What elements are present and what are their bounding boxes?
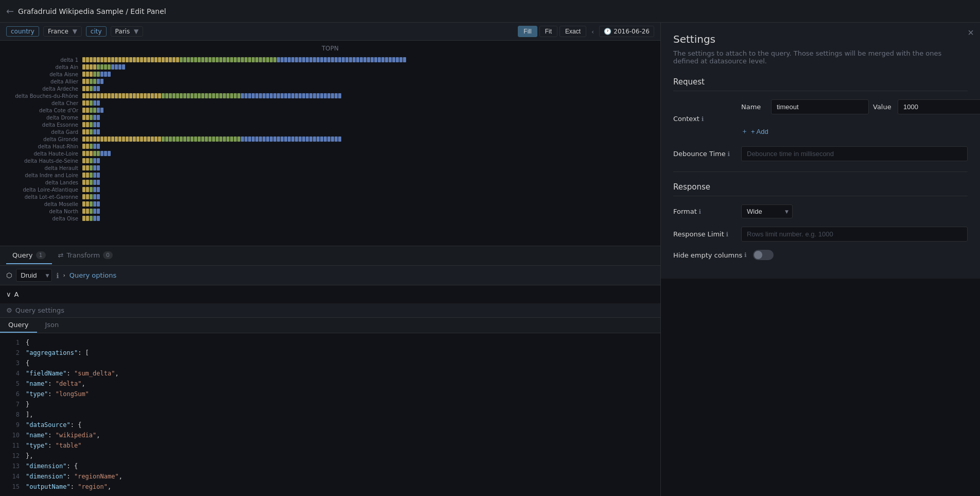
bar-cell xyxy=(93,72,96,77)
bar-cell xyxy=(284,136,287,142)
hide-empty-help-icon[interactable]: ℹ xyxy=(744,251,747,259)
bar-cell xyxy=(147,93,150,98)
bar-cell xyxy=(86,187,89,192)
bar-cell xyxy=(248,136,251,142)
settings-description: The settings to attach to the query. Tho… xyxy=(673,49,968,65)
bar-cell xyxy=(226,93,230,98)
toggle-slider xyxy=(753,250,774,260)
bar-cell xyxy=(320,93,323,98)
bar-cell xyxy=(244,93,248,98)
time-display[interactable]: 🕐 2016-06-26 xyxy=(599,26,654,37)
chart-row-label: delta 1 xyxy=(2,56,78,63)
bar-cell xyxy=(144,93,147,98)
back-button[interactable]: ← xyxy=(6,6,14,16)
tab-query[interactable]: Query 1 xyxy=(6,247,52,264)
code-editor[interactable]: 1{2 "aggregations": [3 {4 "fieldName": "… xyxy=(0,333,660,496)
bar-cell xyxy=(302,93,305,98)
add-context-button[interactable]: ＋ + Add xyxy=(741,125,980,138)
chart-bar-row xyxy=(82,128,660,135)
chart-bar-row xyxy=(82,92,660,99)
format-help-icon[interactable]: ℹ xyxy=(699,208,702,215)
chart-row-label: delta Herault xyxy=(2,164,78,172)
bar-cell xyxy=(140,57,143,62)
bar-cell xyxy=(327,93,330,98)
bar-cell xyxy=(136,136,139,142)
exact-button[interactable]: Exact xyxy=(559,26,586,37)
debounce-label: Debounce Time ℹ xyxy=(673,150,735,158)
format-row: Format ℹ Wide Long xyxy=(673,204,968,218)
bar-cell xyxy=(97,122,100,127)
chart-row-label: delta Ardeche xyxy=(2,85,78,92)
chart-labels: delta 1delta Aindelta Aisnedelta Allierd… xyxy=(0,56,82,246)
tab-json-editor[interactable]: Json xyxy=(37,318,67,333)
response-limit-help-icon[interactable]: ℹ xyxy=(726,231,729,238)
response-limit-label: Response Limit ℹ xyxy=(673,230,735,238)
bar-cell xyxy=(97,187,100,192)
datasource-wrapper: Druid xyxy=(16,269,52,282)
hide-empty-toggle[interactable] xyxy=(753,250,774,260)
bar-cell xyxy=(169,136,172,142)
context-label: Context ℹ xyxy=(673,115,735,123)
debounce-input[interactable] xyxy=(741,146,968,161)
bar-cell xyxy=(273,136,276,142)
bar-cell xyxy=(97,201,100,207)
query-options-link[interactable]: Query options xyxy=(69,271,117,279)
bar-cell xyxy=(331,93,334,98)
bar-cell xyxy=(82,100,85,106)
bar-cell xyxy=(122,57,125,62)
bar-cell xyxy=(216,93,219,98)
format-select[interactable]: Wide Long xyxy=(741,204,793,218)
tab-transform[interactable]: ⇄ Transform 0 xyxy=(52,247,119,264)
tab-query-editor[interactable]: Query xyxy=(0,318,37,333)
fill-button[interactable]: Fill xyxy=(518,26,537,37)
response-limit-input[interactable] xyxy=(741,227,968,242)
bar-cell xyxy=(86,115,89,120)
bar-cell xyxy=(162,93,165,98)
bar-cell xyxy=(86,79,89,84)
bar-cell xyxy=(262,57,266,62)
bar-cell xyxy=(82,187,85,192)
bar-cell xyxy=(90,180,93,185)
bar-cell xyxy=(100,79,103,84)
bar-cell xyxy=(115,64,118,70)
bar-cell xyxy=(172,136,176,142)
context-value-input[interactable] xyxy=(898,99,980,114)
bar-cell xyxy=(90,187,93,192)
debounce-help-icon[interactable]: ℹ xyxy=(728,150,730,158)
city-filter-value[interactable]: Paris ▼ xyxy=(111,26,144,37)
fit-button[interactable]: Fit xyxy=(539,26,557,37)
datasource-info-icon[interactable]: ℹ xyxy=(56,271,59,280)
bar-cell xyxy=(212,93,215,98)
section-header-a[interactable]: ∨ A xyxy=(0,288,660,300)
bar-cell xyxy=(248,93,251,98)
request-section-heading: Request xyxy=(673,77,968,91)
chart-bar-row xyxy=(82,193,660,200)
bar-cell xyxy=(97,173,100,178)
bar-cell xyxy=(93,216,96,221)
query-count-badge: 1 xyxy=(36,251,46,259)
datasource-select[interactable]: Druid xyxy=(16,269,52,282)
country-filter-value[interactable]: France ▼ xyxy=(43,26,82,37)
bar-cell xyxy=(90,93,93,98)
bar-cell xyxy=(360,57,363,62)
code-line: 6 "type": "longSum" xyxy=(0,389,660,399)
bar-cell xyxy=(82,72,85,77)
query-settings-bar[interactable]: ⚙ Query settings xyxy=(0,303,660,318)
context-help-icon[interactable]: ℹ xyxy=(702,115,704,123)
right-panel-wrapper: × Settings The settings to attach to the… xyxy=(661,23,980,496)
context-name-input[interactable] xyxy=(771,99,869,114)
time-prev[interactable]: ‹ xyxy=(588,26,597,37)
bar-cell xyxy=(86,180,89,185)
bar-cell xyxy=(335,57,338,62)
bar-cell xyxy=(147,57,150,62)
city-filter-tag[interactable]: city xyxy=(86,26,107,37)
chart-row-label: delta Aisne xyxy=(2,71,78,78)
bar-cell xyxy=(151,136,154,142)
close-settings-button[interactable]: × xyxy=(968,27,974,39)
code-line: 15 "outputName": "region", xyxy=(0,482,660,492)
bar-cell xyxy=(129,93,132,98)
country-filter-tag[interactable]: country xyxy=(6,26,39,37)
code-line: 1{ xyxy=(0,337,660,348)
bar-cell xyxy=(255,93,258,98)
bar-cell xyxy=(97,64,100,70)
